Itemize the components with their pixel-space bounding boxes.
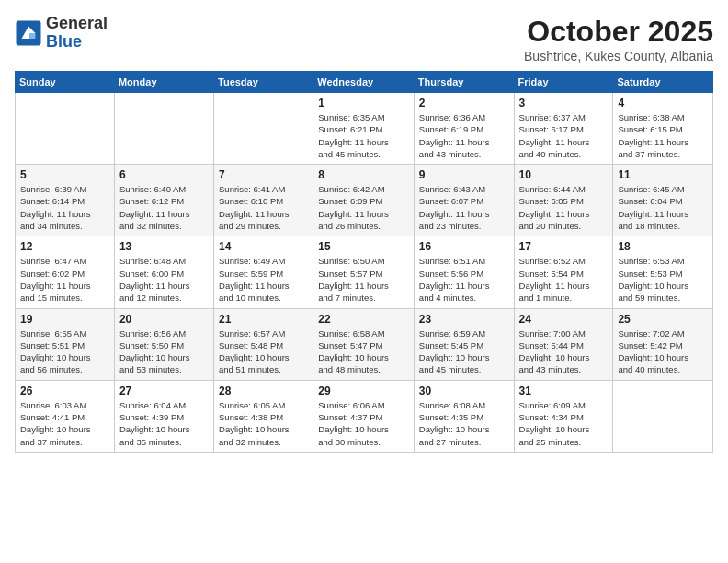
calendar-cell: 5Sunrise: 6:39 AMSunset: 6:14 PMDaylight…	[16, 165, 115, 236]
svg-marker-2	[30, 33, 36, 39]
day-number: 30	[419, 385, 509, 397]
day-info: Sunrise: 6:58 AMSunset: 5:47 PMDaylight:…	[318, 327, 409, 376]
calendar-cell: 22Sunrise: 6:58 AMSunset: 5:47 PMDayligh…	[313, 308, 415, 380]
day-info: Sunrise: 6:49 AMSunset: 5:59 PMDaylight:…	[219, 255, 308, 304]
calendar-cell: 25Sunrise: 7:02 AMSunset: 5:42 PMDayligh…	[613, 308, 713, 380]
logo-text: General Blue	[46, 15, 108, 52]
day-number: 24	[519, 313, 609, 326]
calendar-cell	[613, 380, 713, 452]
day-number: 5	[20, 168, 109, 181]
day-info: Sunrise: 7:00 AMSunset: 5:44 PMDaylight:…	[519, 327, 609, 376]
header-row: SundayMondayTuesdayWednesdayThursdayFrid…	[16, 72, 713, 93]
calendar-cell: 7Sunrise: 6:41 AMSunset: 6:10 PMDaylight…	[214, 165, 313, 236]
logo: General Blue	[15, 15, 108, 52]
day-number: 6	[119, 168, 209, 181]
calendar-cell: 21Sunrise: 6:57 AMSunset: 5:48 PMDayligh…	[214, 308, 313, 380]
calendar-cell: 24Sunrise: 7:00 AMSunset: 5:44 PMDayligh…	[514, 308, 613, 380]
calendar-cell: 14Sunrise: 6:49 AMSunset: 5:59 PMDayligh…	[214, 236, 313, 308]
day-info: Sunrise: 6:44 AMSunset: 6:05 PMDaylight:…	[519, 183, 609, 232]
day-info: Sunrise: 6:50 AMSunset: 5:57 PMDaylight:…	[318, 255, 409, 304]
calendar-cell: 20Sunrise: 6:56 AMSunset: 5:50 PMDayligh…	[114, 308, 213, 380]
day-info: Sunrise: 6:05 AMSunset: 4:38 PMDaylight:…	[219, 399, 308, 448]
day-number: 22	[318, 313, 409, 326]
calendar-cell: 3Sunrise: 6:37 AMSunset: 6:17 PMDaylight…	[514, 93, 613, 165]
day-number: 13	[119, 240, 209, 253]
day-number: 25	[618, 313, 708, 326]
calendar-cell: 30Sunrise: 6:08 AMSunset: 4:35 PMDayligh…	[414, 380, 514, 452]
day-number: 12	[20, 240, 109, 253]
calendar-cell: 1Sunrise: 6:35 AMSunset: 6:21 PMDaylight…	[313, 93, 415, 165]
day-number: 29	[318, 385, 409, 397]
week-row-4: 26Sunrise: 6:03 AMSunset: 4:41 PMDayligh…	[16, 380, 713, 452]
page-header: General Blue October 2025 Bushtrice, Kuk…	[15, 15, 713, 63]
day-number: 15	[318, 240, 409, 253]
day-info: Sunrise: 6:40 AMSunset: 6:12 PMDaylight:…	[119, 183, 209, 232]
calendar-cell: 29Sunrise: 6:06 AMSunset: 4:37 PMDayligh…	[313, 380, 415, 452]
day-info: Sunrise: 6:09 AMSunset: 4:34 PMDaylight:…	[519, 399, 609, 448]
day-info: Sunrise: 6:48 AMSunset: 6:00 PMDaylight:…	[119, 255, 209, 304]
day-info: Sunrise: 6:56 AMSunset: 5:50 PMDaylight:…	[119, 327, 209, 376]
day-number: 2	[419, 97, 509, 109]
day-info: Sunrise: 6:52 AMSunset: 5:54 PMDaylight:…	[519, 255, 609, 304]
title-block: October 2025 Bushtrice, Kukes County, Al…	[524, 15, 713, 63]
calendar-cell: 17Sunrise: 6:52 AMSunset: 5:54 PMDayligh…	[514, 236, 613, 308]
day-number: 27	[119, 385, 209, 397]
day-info: Sunrise: 6:47 AMSunset: 6:02 PMDaylight:…	[20, 255, 109, 304]
calendar-cell: 19Sunrise: 6:55 AMSunset: 5:51 PMDayligh…	[16, 308, 115, 380]
week-row-0: 1Sunrise: 6:35 AMSunset: 6:21 PMDaylight…	[16, 93, 713, 165]
day-number: 17	[519, 240, 609, 253]
calendar-cell: 31Sunrise: 6:09 AMSunset: 4:34 PMDayligh…	[514, 380, 613, 452]
calendar-cell: 28Sunrise: 6:05 AMSunset: 4:38 PMDayligh…	[214, 380, 313, 452]
day-info: Sunrise: 6:03 AMSunset: 4:41 PMDaylight:…	[20, 399, 109, 448]
day-info: Sunrise: 6:42 AMSunset: 6:09 PMDaylight:…	[318, 183, 409, 232]
day-number: 28	[219, 385, 308, 397]
calendar-cell: 12Sunrise: 6:47 AMSunset: 6:02 PMDayligh…	[16, 236, 115, 308]
location-subtitle: Bushtrice, Kukes County, Albania	[524, 49, 713, 63]
calendar-cell: 2Sunrise: 6:36 AMSunset: 6:19 PMDaylight…	[414, 93, 514, 165]
calendar-header: SundayMondayTuesdayWednesdayThursdayFrid…	[16, 72, 713, 93]
month-title: October 2025	[524, 15, 713, 49]
day-number: 31	[519, 385, 609, 397]
calendar-cell: 8Sunrise: 6:42 AMSunset: 6:09 PMDaylight…	[313, 165, 415, 236]
day-number: 1	[318, 97, 409, 109]
day-info: Sunrise: 6:59 AMSunset: 5:45 PMDaylight:…	[419, 327, 509, 376]
day-info: Sunrise: 6:38 AMSunset: 6:15 PMDaylight:…	[618, 111, 708, 160]
day-number: 18	[618, 240, 708, 253]
day-number: 23	[419, 313, 509, 326]
week-row-2: 12Sunrise: 6:47 AMSunset: 6:02 PMDayligh…	[16, 236, 713, 308]
day-number: 14	[219, 240, 308, 253]
calendar-cell: 15Sunrise: 6:50 AMSunset: 5:57 PMDayligh…	[313, 236, 415, 308]
calendar-cell: 18Sunrise: 6:53 AMSunset: 5:53 PMDayligh…	[613, 236, 713, 308]
day-info: Sunrise: 6:08 AMSunset: 4:35 PMDaylight:…	[419, 399, 509, 448]
calendar-cell: 23Sunrise: 6:59 AMSunset: 5:45 PMDayligh…	[414, 308, 514, 380]
day-info: Sunrise: 6:37 AMSunset: 6:17 PMDaylight:…	[519, 111, 609, 160]
calendar-cell: 4Sunrise: 6:38 AMSunset: 6:15 PMDaylight…	[613, 93, 713, 165]
calendar-cell: 11Sunrise: 6:45 AMSunset: 6:04 PMDayligh…	[613, 165, 713, 236]
logo-general: General	[46, 15, 108, 33]
calendar-body: 1Sunrise: 6:35 AMSunset: 6:21 PMDaylight…	[16, 93, 713, 453]
day-number: 3	[519, 97, 609, 109]
day-number: 16	[419, 240, 509, 253]
day-info: Sunrise: 6:41 AMSunset: 6:10 PMDaylight:…	[219, 183, 308, 232]
day-number: 4	[618, 97, 708, 109]
calendar-cell: 10Sunrise: 6:44 AMSunset: 6:05 PMDayligh…	[514, 165, 613, 236]
header-saturday: Saturday	[613, 72, 713, 93]
week-row-1: 5Sunrise: 6:39 AMSunset: 6:14 PMDaylight…	[16, 165, 713, 236]
day-info: Sunrise: 6:57 AMSunset: 5:48 PMDaylight:…	[219, 327, 308, 376]
logo-icon	[15, 19, 42, 47]
calendar-table: SundayMondayTuesdayWednesdayThursdayFrid…	[15, 71, 713, 453]
day-number: 11	[618, 168, 708, 181]
day-info: Sunrise: 6:51 AMSunset: 5:56 PMDaylight:…	[419, 255, 509, 304]
day-number: 21	[219, 313, 308, 326]
day-number: 26	[20, 385, 109, 397]
day-number: 9	[419, 168, 509, 181]
calendar-cell	[16, 93, 115, 165]
day-info: Sunrise: 6:55 AMSunset: 5:51 PMDaylight:…	[20, 327, 109, 376]
day-number: 19	[20, 313, 109, 326]
calendar-cell: 27Sunrise: 6:04 AMSunset: 4:39 PMDayligh…	[114, 380, 213, 452]
header-tuesday: Tuesday	[214, 72, 313, 93]
day-info: Sunrise: 6:43 AMSunset: 6:07 PMDaylight:…	[419, 183, 509, 232]
day-info: Sunrise: 6:45 AMSunset: 6:04 PMDaylight:…	[618, 183, 708, 232]
header-sunday: Sunday	[16, 72, 115, 93]
day-number: 7	[219, 168, 308, 181]
